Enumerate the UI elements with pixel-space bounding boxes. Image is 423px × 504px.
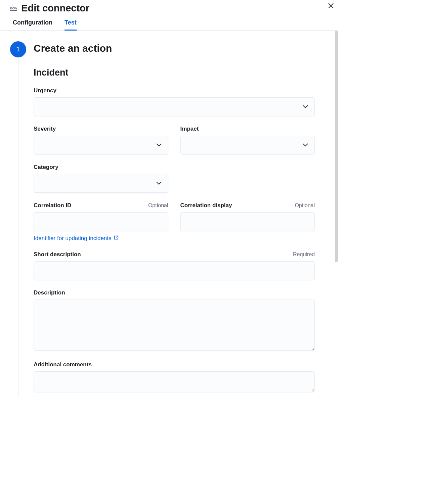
description-label: Description	[34, 289, 65, 296]
servicenow-logo: now	[10, 6, 17, 11]
correlation-display-label: Correlation display	[180, 202, 232, 209]
additional-comments-textarea[interactable]	[34, 371, 315, 392]
form-main: Create an action Incident Urgency Severi…	[34, 41, 328, 394]
optional-hint: Optional	[148, 202, 168, 209]
tab-configuration[interactable]: Configuration	[13, 19, 52, 30]
modal-header: now Edit connector	[0, 0, 338, 14]
urgency-select[interactable]	[34, 97, 315, 116]
scrollbar[interactable]	[335, 31, 338, 262]
content-area: 1 Create an action Incident Urgency Seve…	[0, 31, 338, 396]
chevron-down-icon	[302, 142, 308, 148]
impact-label: Impact	[180, 126, 199, 132]
severity-label: Severity	[34, 126, 56, 132]
tab-bar: Configuration Test	[0, 14, 338, 31]
short-description-label: Short description	[34, 251, 81, 258]
category-select[interactable]	[34, 174, 168, 193]
identifier-help-text: Identifier for updating incidents	[34, 235, 112, 242]
step-number-badge: 1	[10, 41, 26, 57]
correlation-id-label: Correlation ID	[34, 202, 71, 209]
svg-line-2	[116, 236, 118, 238]
step-connector-line	[18, 57, 18, 396]
section-title: Incident	[34, 67, 315, 78]
correlation-display-input[interactable]	[180, 212, 315, 231]
category-label: Category	[34, 164, 58, 171]
required-hint: Required	[293, 251, 315, 258]
urgency-label: Urgency	[34, 87, 56, 94]
chevron-down-icon	[156, 142, 162, 148]
chevron-down-icon	[302, 104, 308, 110]
close-icon	[328, 3, 334, 10]
description-textarea[interactable]	[34, 300, 315, 351]
short-description-input[interactable]	[34, 261, 315, 280]
impact-select[interactable]	[180, 136, 315, 154]
tab-test[interactable]: Test	[65, 19, 77, 30]
correlation-id-input[interactable]	[34, 212, 168, 231]
additional-comments-label: Additional comments	[34, 361, 92, 368]
chevron-down-icon	[156, 180, 162, 186]
close-button[interactable]	[327, 2, 335, 10]
external-link-icon	[114, 235, 119, 242]
identifier-help-link[interactable]: Identifier for updating incidents	[34, 235, 119, 242]
step-title: Create an action	[34, 41, 315, 54]
severity-select[interactable]	[34, 136, 168, 154]
optional-hint: Optional	[295, 202, 315, 209]
modal-title: Edit connector	[21, 3, 89, 14]
